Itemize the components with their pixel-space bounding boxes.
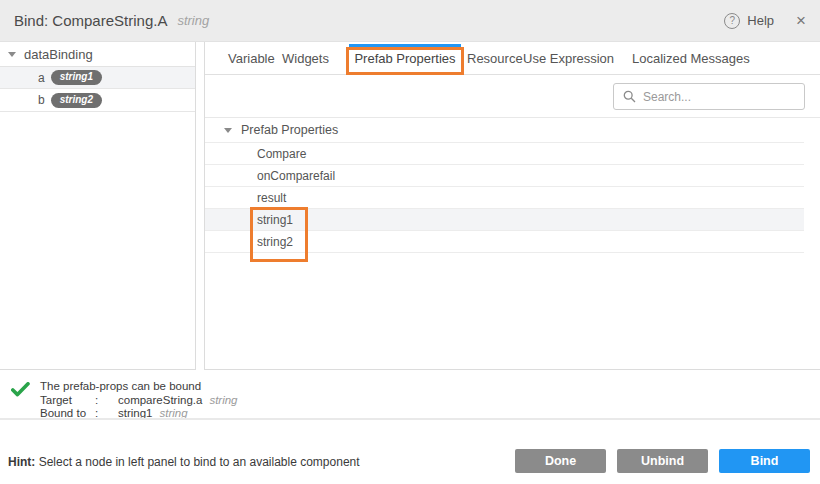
- done-button[interactable]: Done: [515, 449, 606, 473]
- help-icon[interactable]: ?: [724, 13, 740, 29]
- tree-node-b[interactable]: b string2: [0, 89, 195, 112]
- caret-down-icon[interactable]: [224, 128, 232, 133]
- type-badge: string2: [51, 93, 102, 108]
- hint-text: Hint: Select a node in left panel to bin…: [8, 455, 360, 469]
- tree-node-label: string1: [257, 213, 293, 227]
- type-badge: string1: [51, 70, 102, 85]
- tab-variable[interactable]: Variable: [228, 42, 275, 75]
- tree-node-string2[interactable]: string2: [205, 231, 804, 253]
- tree-node-databinding[interactable]: dataBinding: [0, 42, 195, 66]
- tree-node-a[interactable]: a string1: [0, 66, 195, 89]
- search-box[interactable]: [613, 83, 805, 110]
- tree-node-label: Compare: [257, 147, 306, 161]
- hint-label: Hint:: [8, 455, 35, 469]
- tree-node-result[interactable]: result: [205, 187, 804, 209]
- search-input[interactable]: [643, 90, 795, 104]
- tab-prefab-properties[interactable]: Prefab Properties: [349, 42, 461, 75]
- tree-node-compare[interactable]: Compare: [205, 143, 804, 165]
- titlebar-actions: ? Help ×: [724, 12, 806, 29]
- status-value: compareString.a: [118, 394, 202, 406]
- footer-buttons: Done Unbind Bind: [504, 449, 810, 473]
- search-icon: [623, 90, 636, 103]
- tree-node-label: onComparefail: [257, 169, 335, 183]
- caret-down-icon[interactable]: [8, 52, 16, 57]
- status-label: Target: [40, 394, 95, 406]
- tree-node-prefab-properties[interactable]: Prefab Properties: [205, 118, 804, 143]
- left-tree-panel: dataBinding a string1 b string2: [0, 42, 196, 370]
- prefab-properties-tree: Prefab Properties Compare onComparefail …: [205, 118, 820, 253]
- tree-node-oncomparefail[interactable]: onComparefail: [205, 165, 804, 187]
- tab-localized-messages[interactable]: Localized Messages: [632, 42, 750, 75]
- unbind-button[interactable]: Unbind: [617, 449, 708, 473]
- dialog-title-type: string: [177, 13, 209, 28]
- bind-dialog: Bind: CompareString.A string ? Help × da…: [0, 0, 820, 484]
- tree-node-label: string2: [257, 235, 293, 249]
- title-bar: Bind: CompareString.A string ? Help ×: [0, 0, 820, 42]
- footer-divider: [0, 418, 820, 420]
- tree-node-label: a: [38, 71, 45, 85]
- success-check-icon: [11, 382, 30, 397]
- bind-button[interactable]: Bind: [719, 449, 810, 473]
- tree-node-label: result: [257, 191, 286, 205]
- help-button[interactable]: Help: [747, 13, 774, 28]
- tab-resource[interactable]: Resource: [467, 42, 523, 75]
- tree-node-label: dataBinding: [24, 47, 93, 62]
- dialog-title: Bind: CompareString.A: [14, 12, 167, 29]
- status-colon: :: [95, 394, 118, 406]
- tree-node-string1[interactable]: string1: [205, 209, 804, 231]
- status-type: string: [209, 394, 237, 406]
- status-message: The prefab-props can be bound: [40, 380, 201, 392]
- tab-bar: Variable Widgets Prefab Properties Resou…: [205, 42, 820, 75]
- search-row: [205, 75, 820, 118]
- tree-node-label: Prefab Properties: [241, 123, 338, 137]
- close-icon[interactable]: ×: [796, 12, 806, 29]
- status-target-row: Target : compareString.a string: [40, 394, 238, 406]
- right-panel: Variable Widgets Prefab Properties Resou…: [204, 42, 820, 370]
- tab-widgets[interactable]: Widgets: [282, 42, 329, 75]
- hint-body: Select a node in left panel to bind to a…: [35, 455, 359, 469]
- tab-use-expression[interactable]: Use Expression: [523, 42, 614, 75]
- tree-node-label: b: [38, 93, 45, 107]
